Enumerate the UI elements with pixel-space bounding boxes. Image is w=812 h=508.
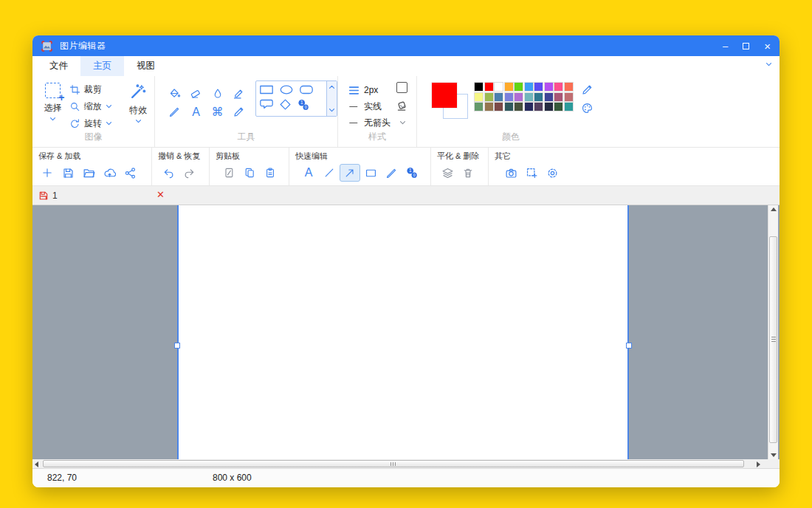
eraser-button[interactable] xyxy=(185,84,207,103)
redo-button[interactable] xyxy=(179,164,199,182)
document-tab[interactable]: 1 xyxy=(32,190,58,201)
open-file-button[interactable] xyxy=(78,164,99,182)
color-swatch[interactable] xyxy=(554,83,562,91)
primary-color-swatch[interactable] xyxy=(432,83,457,108)
color-swatch[interactable] xyxy=(525,83,533,91)
ribbon-collapse-icon[interactable] xyxy=(765,62,772,67)
fill-bucket-button[interactable] xyxy=(164,84,185,103)
color-swatch[interactable] xyxy=(515,83,523,91)
color-swatch[interactable] xyxy=(525,103,533,111)
color-swatch[interactable] xyxy=(545,93,553,101)
cut-button[interactable] xyxy=(219,164,239,182)
scroll-left-arrow[interactable] xyxy=(35,461,38,467)
horizontal-scrollbar-thumb[interactable] xyxy=(43,460,744,467)
color-swatch[interactable] xyxy=(565,103,573,111)
image-canvas[interactable] xyxy=(177,205,629,459)
color-swatch[interactable] xyxy=(515,93,523,101)
color-swatch[interactable] xyxy=(545,83,553,91)
tab-close-button[interactable]: ✕ xyxy=(156,189,165,200)
delete-button[interactable] xyxy=(458,164,478,182)
color-swatch[interactable] xyxy=(485,83,493,91)
color-picker-button[interactable] xyxy=(207,84,228,103)
color-swatch[interactable] xyxy=(525,93,533,101)
quick-numbered-steps-button[interactable]: 1 0 xyxy=(402,164,422,182)
clone-stamp-button[interactable]: ⌘ xyxy=(207,103,228,121)
color-swatch[interactable] xyxy=(534,93,543,101)
crop-button[interactable]: 裁剪 xyxy=(69,83,123,96)
quick-brush-button[interactable] xyxy=(381,164,402,182)
color-swatch[interactable] xyxy=(505,103,513,111)
pencil-button[interactable] xyxy=(228,103,250,121)
scroll-down-arrow[interactable] xyxy=(771,453,777,457)
resize-handle-right[interactable] xyxy=(626,343,632,349)
menu-tab-view[interactable]: 视图 xyxy=(124,56,168,76)
color-palette xyxy=(475,83,573,111)
color-swatch[interactable] xyxy=(534,83,543,91)
color-swatch[interactable] xyxy=(565,83,573,91)
resize-handle-left[interactable] xyxy=(174,343,180,349)
menu-tab-file[interactable]: 文件 xyxy=(37,56,80,76)
arrow-style-icon xyxy=(348,118,359,128)
color-swatch[interactable] xyxy=(515,103,523,111)
chevron-up-icon[interactable] xyxy=(328,84,335,89)
arrow-style-dropdown[interactable]: 无箭头 xyxy=(348,117,416,128)
save-button[interactable] xyxy=(58,164,78,182)
color-swatch[interactable] xyxy=(545,103,553,111)
zoom-button[interactable]: 缩放 xyxy=(69,100,123,113)
close-button[interactable]: × xyxy=(764,41,771,52)
flatten-layers-button[interactable] xyxy=(437,164,458,182)
color-swatch[interactable] xyxy=(565,93,573,101)
vertical-scrollbar[interactable] xyxy=(768,205,778,459)
color-palette-icon[interactable] xyxy=(581,102,593,114)
marker-icon xyxy=(233,87,245,100)
shape-numbered-steps-icon[interactable]: 1 0 xyxy=(297,98,310,111)
color-swatch[interactable] xyxy=(495,103,503,111)
marker-button[interactable] xyxy=(228,84,250,103)
minimize-button[interactable]: – xyxy=(723,41,728,51)
cloud-upload-button[interactable] xyxy=(99,164,120,182)
vertical-scrollbar-thumb[interactable] xyxy=(769,236,777,443)
paste-button[interactable] xyxy=(260,164,281,182)
quick-rectangle-button[interactable] xyxy=(360,164,381,182)
color-swatch[interactable] xyxy=(554,103,562,111)
quick-arrow-button[interactable] xyxy=(340,164,360,182)
color-swatch[interactable] xyxy=(554,93,562,101)
text-tool-button[interactable]: A xyxy=(185,103,207,121)
color-swatch[interactable] xyxy=(505,83,513,91)
brush-button[interactable] xyxy=(164,103,185,121)
settings-button[interactable] xyxy=(542,164,562,182)
new-image-button[interactable] xyxy=(37,164,58,182)
quick-text-button[interactable]: A xyxy=(298,164,319,182)
shape-rounded-rect-icon[interactable] xyxy=(299,84,314,95)
capture-region-button[interactable] xyxy=(521,164,542,182)
scroll-right-arrow[interactable] xyxy=(757,461,760,467)
quick-line-button[interactable] xyxy=(319,164,340,182)
shape-fill-toggle-icon[interactable] xyxy=(396,100,408,112)
share-button[interactable] xyxy=(120,164,140,182)
color-swatch[interactable] xyxy=(495,83,503,91)
color-swatch[interactable] xyxy=(485,93,493,101)
color-swatch[interactable] xyxy=(485,103,493,111)
shape-diamond-icon[interactable] xyxy=(279,98,292,111)
canvas-viewport[interactable] xyxy=(32,205,780,459)
screenshot-button[interactable] xyxy=(500,164,521,182)
chevron-down-icon[interactable] xyxy=(328,108,335,113)
rotate-button[interactable]: 旋转 xyxy=(69,117,123,130)
shape-rectangle-icon[interactable] xyxy=(259,84,274,95)
scroll-up-arrow[interactable] xyxy=(771,207,777,211)
shape-speech-bubble-icon[interactable] xyxy=(259,98,274,109)
horizontal-scrollbar[interactable] xyxy=(32,459,780,469)
color-swatch[interactable] xyxy=(495,93,503,101)
edit-color-pencil-icon[interactable] xyxy=(581,83,593,96)
color-swatch[interactable] xyxy=(505,93,513,101)
maximize-button[interactable] xyxy=(743,43,749,49)
color-swatch[interactable] xyxy=(475,103,483,111)
color-swatch[interactable] xyxy=(475,93,483,101)
shape-outline-toggle[interactable] xyxy=(396,82,407,93)
color-swatch[interactable] xyxy=(475,83,483,91)
shape-ellipse-icon[interactable] xyxy=(279,84,294,95)
copy-button[interactable] xyxy=(239,164,260,182)
color-swatch[interactable] xyxy=(534,103,543,111)
undo-button[interactable] xyxy=(158,164,179,182)
menu-tab-home[interactable]: 主页 xyxy=(80,56,124,76)
